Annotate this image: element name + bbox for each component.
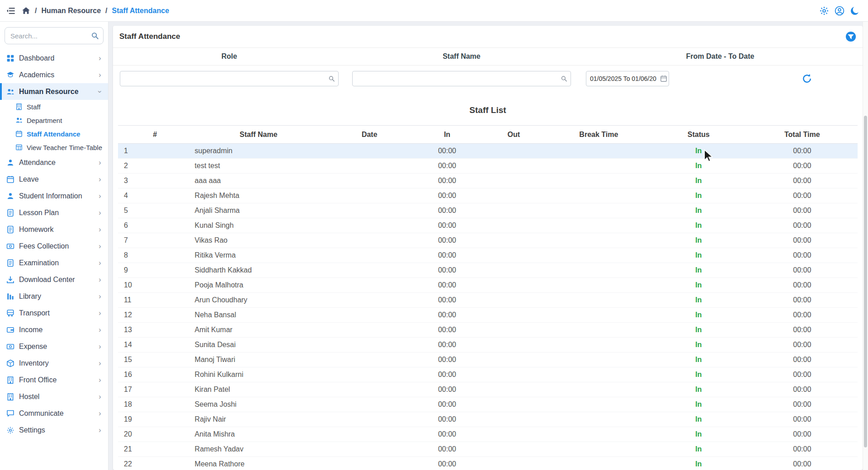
cell-status: In [651,248,747,263]
table-row[interactable]: 7Vikas Rao00:00In00:00 [118,233,858,248]
sidebar-subitem-department[interactable]: Department [0,113,108,127]
table-row[interactable]: 17Kiran Patel00:00In00:00 [118,382,858,397]
cell-break-time [547,218,651,233]
cell-out [481,442,547,457]
sidebar-item-hostel[interactable]: Hostel› [0,388,108,405]
refresh-icon[interactable] [802,74,812,84]
cell-in: 00:00 [414,323,480,338]
sidebar-item-income[interactable]: Income› [0,321,108,338]
cell-index: 2 [118,159,192,174]
sidebar-item-dashboard[interactable]: Dashboard› [0,50,108,66]
table-row[interactable]: 10Pooja Malhotra00:00In00:00 [118,278,858,293]
breadcrumb-item-staff-attendance[interactable]: Staff Attendance [112,7,170,15]
cell-index: 15 [118,352,192,367]
search-input[interactable] [5,27,104,44]
scrollbar-thumb[interactable] [864,116,867,447]
cell-total-time: 00:00 [747,233,858,248]
cell-out [481,397,547,412]
cell-index: 21 [118,442,192,457]
sidebar-subitem-staff-attendance[interactable]: Staff Attendance [0,127,108,141]
cell-index: 9 [118,263,192,278]
table-row[interactable]: 8Ritika Verma00:00In00:00 [118,248,858,263]
sidebar-item-front-office[interactable]: Front Office› [0,371,108,388]
table-row[interactable]: 18Seema Joshi00:00In00:00 [118,397,858,412]
sidebar-item-human-resource[interactable]: Human Resource› [0,83,108,100]
cell-status: In [651,278,747,293]
table-row[interactable]: 13Amit Kumar00:00In00:00 [118,323,858,338]
role-select[interactable] [120,71,338,86]
cell-out [481,323,547,338]
cell-staff-name: aaa aaa [192,174,325,188]
cell-in: 00:00 [414,203,480,218]
sidebar-item-inventory[interactable]: Inventory› [0,355,108,371]
sidebar-item-communicate[interactable]: Communicate› [0,405,108,422]
cell-staff-name: test test [192,159,325,174]
cell-out [481,159,547,174]
table-row[interactable]: 11Arun Choudhary00:00In00:00 [118,293,858,308]
chevron-right-icon: › [97,193,103,200]
vertical-scrollbar[interactable] [863,22,868,470]
settings-gear-icon[interactable] [819,6,829,16]
table-row[interactable]: 4Rajesh Mehta00:00In00:00 [118,188,858,203]
date-range-input[interactable] [586,71,669,86]
cell-in: 00:00 [414,308,480,323]
table-row[interactable]: 1superadmin00:00In00:00 [118,144,858,159]
table-body: 1superadmin00:00In00:002test test00:00In… [118,144,858,470]
sidebar-item-homework[interactable]: Homework› [0,221,108,238]
table-row[interactable]: 21Ramesh Yadav00:00In00:00 [118,442,858,457]
cell-staff-name: Rohini Kulkarni [192,367,325,382]
sidebar-item-attendance[interactable]: Attendance› [0,154,108,171]
sidebar-item-expense[interactable]: Expense› [0,338,108,355]
sidebar-item-leave[interactable]: Leave› [0,171,108,188]
breadcrumb-item-human-resource[interactable]: Human Resource [41,7,101,15]
filter-icon[interactable] [845,31,856,42]
sidebar-item-lesson-plan[interactable]: Lesson Plan› [0,204,108,221]
sidebar-item-transport[interactable]: Transport› [0,305,108,321]
sidebar-item-academics[interactable]: Academics› [0,66,108,83]
table-row[interactable]: 14Sunita Desai00:00In00:00 [118,338,858,352]
table-row[interactable]: 6Kunal Singh00:00In00:00 [118,218,858,233]
cell-break-time [547,367,651,382]
sidebar-item-settings[interactable]: Settings› [0,422,108,438]
staff-name-select[interactable] [352,71,571,86]
table-row[interactable]: 20Anita Mishra00:00In00:00 [118,427,858,442]
sidebar-item-download-center[interactable]: Download Center› [0,271,108,288]
table-row[interactable]: 2test test00:00In00:00 [118,159,858,174]
cell-index: 1 [118,144,192,159]
table-row[interactable]: 5Anjali Sharma00:00In00:00 [118,203,858,218]
table-row[interactable]: 3aaa aaa00:00In00:00 [118,174,858,188]
sidebar-item-student-information[interactable]: Student Information› [0,188,108,204]
cell-index: 14 [118,338,192,352]
cell-date [325,412,414,427]
table-row[interactable]: 15Manoj Tiwari00:00In00:00 [118,352,858,367]
sidebar-item-fees-collection[interactable]: Fees Collection› [0,238,108,254]
sidebar-subitem-view-teacher-time-table[interactable]: View Teacher Time-Table [0,141,108,154]
table-row[interactable]: 9Siddharth Kakkad00:00In00:00 [118,263,858,278]
cell-status: In [651,159,747,174]
search-icon[interactable] [91,32,99,40]
cell-break-time [547,382,651,397]
dark-mode-moon-icon[interactable] [850,6,860,16]
cell-in: 00:00 [414,412,480,427]
calendar-icon[interactable] [660,75,667,82]
cell-index: 18 [118,397,192,412]
chevron-right-icon: › [97,159,103,166]
cell-break-time [547,144,651,159]
sidebar-toggle-icon[interactable] [6,7,15,15]
sidebar-subitem-staff[interactable]: Staff [0,100,108,113]
cell-index: 16 [118,367,192,382]
table-row[interactable]: 22Meena Rathore00:00In00:00 [118,457,858,470]
user-profile-icon[interactable] [835,6,844,16]
table-row[interactable]: 16Rohini Kulkarni00:00In00:00 [118,367,858,382]
chevron-right-icon: › [97,259,103,267]
cell-staff-name: Pooja Malhotra [192,278,325,293]
sidebar-item-library[interactable]: Library› [0,288,108,305]
table-row[interactable]: 19Rajiv Nair00:00In00:00 [118,412,858,427]
cell-date [325,338,414,352]
home-icon[interactable] [22,6,30,15]
table-row[interactable]: 12Neha Bansal00:00In00:00 [118,308,858,323]
sidebar-item-examination[interactable]: Examination› [0,254,108,271]
cell-index: 10 [118,278,192,293]
cell-in: 00:00 [414,233,480,248]
staff-table: #Staff NameDateInOutBreak TimeStatusTota… [118,125,858,470]
